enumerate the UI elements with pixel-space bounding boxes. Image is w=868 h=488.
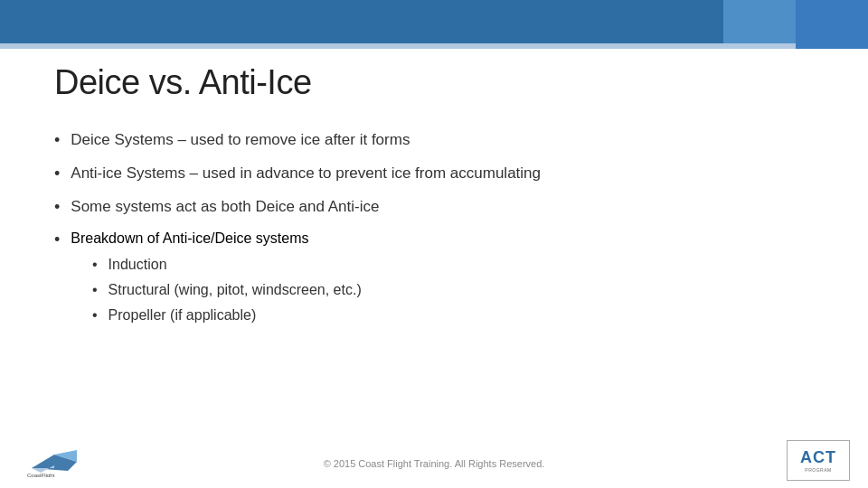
sub-bullet-list: Induction Structural (wing, pitot, winds… [92, 255, 814, 326]
act-logo-text: ACT [800, 448, 836, 467]
list-item: Deice Systems – used to remove ice after… [54, 129, 814, 152]
header-bar [0, 0, 868, 43]
list-item-text: Some systems act as both Deice and Anti-… [71, 196, 379, 218]
breakdown-label: Breakdown of Anti-ice/Deice systems [71, 230, 308, 247]
breakdown-item: Breakdown of Anti-ice/Deice systems [54, 230, 814, 249]
sub-item-text: Propeller (if applicable) [108, 305, 257, 325]
slide-title: Deice vs. Anti-Ice [54, 63, 814, 102]
coast-flight-logo: CoastFlight TRAINING [27, 446, 108, 477]
bullet-list: Deice Systems – used to remove ice after… [54, 129, 814, 220]
list-item: Some systems act as both Deice and Anti-… [54, 196, 814, 219]
footer: © 2015 Coast Flight Training. All Rights… [0, 438, 868, 488]
list-item-text: Anti-ice Systems – used in advance to pr… [71, 163, 541, 184]
list-item: Anti-ice Systems – used in advance to pr… [54, 163, 814, 185]
list-item: Structural (wing, pitot, windscreen, etc… [92, 280, 814, 300]
list-item-text: Deice Systems – used to remove ice after… [71, 129, 410, 151]
logo-left: CoastFlight TRAINING [27, 443, 118, 479]
header-line [0, 43, 868, 49]
main-content: Deice vs. Anti-Ice Deice Systems – used … [54, 63, 814, 434]
sub-item-text: Structural (wing, pitot, windscreen, etc… [108, 280, 362, 300]
logo-right: ACT PROGRAM [787, 440, 850, 481]
svg-text:CoastFlight: CoastFlight [27, 473, 55, 477]
list-item: Propeller (if applicable) [92, 305, 814, 325]
list-item: Induction [92, 255, 814, 275]
top-right-accent [796, 0, 868, 49]
footer-copyright: © 2015 Coast Flight Training. All Rights… [324, 458, 545, 469]
sub-item-text: Induction [108, 255, 167, 275]
